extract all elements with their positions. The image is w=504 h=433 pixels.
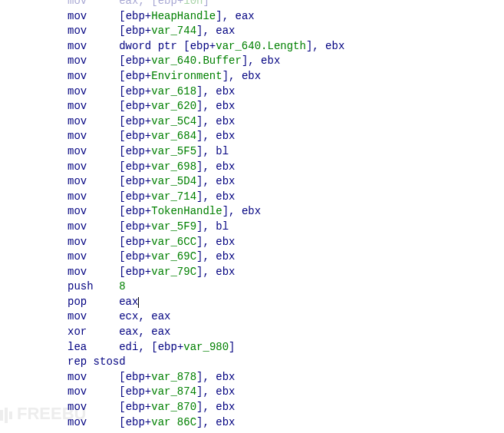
asm-line: mov [ebp+var_878], ebx [68,370,504,385]
asm-line: mov [ebp+Environment], ebx [68,69,504,84]
asm-line: mov [ebp+var_5F9], bl [68,220,504,235]
asm-line: mov [ebp+var_5C4], ebx [68,114,504,130]
asm-line: push 8 [68,279,504,295]
asm-line: mov [ebp+var_714], ebx [68,190,504,205]
asm-line: mov [ebp+TokenHandle], ebx [68,204,504,220]
asm-line: mov [ebp+var_618], ebx [68,84,504,100]
asm-line: mov [ebp+var_5F5], bl [68,144,504,160]
asm-line: mov [ebp+var 86C], ebx [68,415,504,431]
asm-line: mov [ebp+var_744], eax [68,24,504,39]
asm-line: mov [ebp+var_69C], ebx [68,250,504,265]
asm-line: mov dword ptr [ebp+var_640.Length], ebx [68,39,504,55]
asm-line: rep stosd [68,355,504,370]
asm-line: mov [ebp+var_874], ebx [68,385,504,400]
asm-line: mov [ebp+var_640.Buffer], ebx [68,54,504,69]
asm-line: mov ecx, eax [68,309,504,325]
asm-line: mov [ebp+var_620], ebx [68,99,504,114]
asm-line: mov [ebp+var_698], ebx [68,160,504,175]
asm-line: mov eax, [ebp+10h] [68,0,504,9]
asm-line: pop eax [68,295,504,310]
asm-line: mov [ebp+var_870], ebx [68,400,504,415]
asm-line: mov [ebp+HeapHandle], eax [68,9,504,25]
text-cursor [138,297,139,308]
asm-line: xor eax, eax [68,325,504,340]
asm-line: mov [ebp+var_5D4], ebx [68,174,504,190]
asm-line: lea edi, [ebp+var_980] [68,340,504,355]
asm-line: mov [ebp+var_684], ebx [68,129,504,144]
disassembly-listing: mov eax, [ebp+10h]mov [ebp+HeapHandle], … [0,0,504,430]
asm-line: mov [ebp+var_79C], ebx [68,265,504,280]
asm-line: mov [ebp+var_6CC], ebx [68,235,504,250]
